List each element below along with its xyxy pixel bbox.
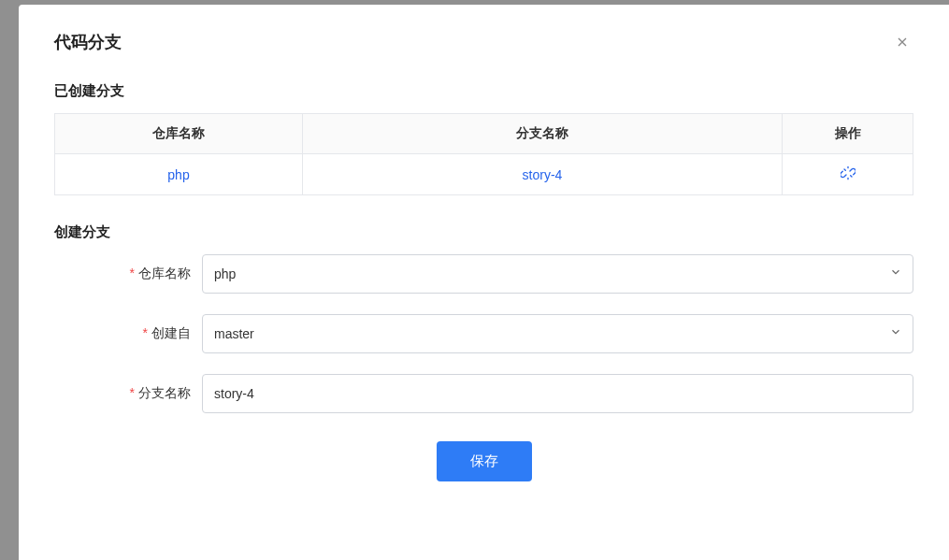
required-mark: * <box>143 325 148 340</box>
cell-action <box>783 154 913 195</box>
label-repo: *仓库名称 <box>54 266 202 282</box>
unlink-icon[interactable] <box>841 165 856 180</box>
label-branch-text: 分支名称 <box>138 385 191 400</box>
required-mark: * <box>130 385 135 400</box>
label-branch: *分支名称 <box>54 385 202 402</box>
repo-select-wrap: php <box>202 254 913 294</box>
modal-title: 代码分支 <box>54 31 122 53</box>
from-select[interactable]: master <box>202 314 913 353</box>
repo-link[interactable]: php <box>167 167 189 182</box>
form-row-branch: *分支名称 <box>54 374 913 413</box>
table-header-row: 仓库名称 分支名称 操作 <box>55 114 913 154</box>
modal-header: 代码分支 <box>54 31 913 56</box>
close-button[interactable] <box>891 31 913 56</box>
required-mark: * <box>130 266 135 280</box>
form-row-from: *创建自 master <box>54 314 913 353</box>
col-branch-name: 分支名称 <box>303 114 783 154</box>
from-select-wrap: master <box>202 314 913 353</box>
label-from-text: 创建自 <box>151 325 191 340</box>
existing-branches-title: 已创建分支 <box>54 82 913 100</box>
label-from: *创建自 <box>54 325 202 342</box>
cell-repo-name: php <box>55 154 303 195</box>
branch-input-wrap <box>202 374 913 413</box>
close-icon <box>895 35 910 53</box>
form-row-repo: *仓库名称 php <box>54 254 913 294</box>
modal-footer: 保存 <box>54 441 913 481</box>
create-branch-title: 创建分支 <box>54 223 913 241</box>
branch-link[interactable]: story-4 <box>523 167 563 182</box>
col-repo-name: 仓库名称 <box>55 114 303 154</box>
col-action: 操作 <box>783 114 913 154</box>
code-branch-modal: 代码分支 已创建分支 仓库名称 分支名称 操作 php story-4 <box>19 5 949 560</box>
save-button[interactable]: 保存 <box>437 441 532 481</box>
table-row: php story-4 <box>55 154 913 195</box>
cell-branch-name: story-4 <box>303 154 783 195</box>
branch-input[interactable] <box>202 374 913 413</box>
label-repo-text: 仓库名称 <box>138 266 191 280</box>
existing-branches-table: 仓库名称 分支名称 操作 php story-4 <box>54 113 913 195</box>
repo-select[interactable]: php <box>202 254 913 294</box>
